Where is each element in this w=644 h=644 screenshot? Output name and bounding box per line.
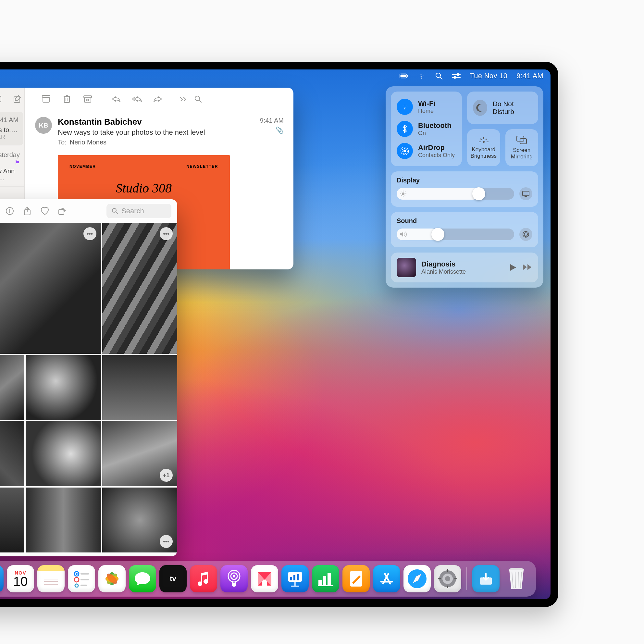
dock[interactable]: NOV 10 tv	[0, 561, 536, 597]
attachment-icon: 📎	[260, 126, 284, 134]
subject-line: New ways to take your photos to the next…	[58, 128, 205, 137]
photo-thumbnail[interactable]	[26, 488, 101, 552]
more-options-icon[interactable]: •••	[160, 535, 173, 548]
message-row[interactable]: uangYesterday ⚑ r request to Mary Ann kn…	[0, 147, 24, 187]
svg-rect-92	[294, 582, 296, 586]
dock-app-numbers[interactable]	[312, 565, 339, 592]
play-icon[interactable]	[510, 264, 517, 271]
airdrop-icon	[397, 143, 413, 159]
message-timestamp: Yesterday	[0, 151, 20, 160]
rotate-icon[interactable]	[55, 203, 70, 219]
svg-line-114	[515, 572, 515, 588]
battery-icon[interactable]	[400, 72, 408, 80]
connectivity-tile: Wi-FiHome BluetoothOn AirDropContacts On…	[391, 92, 462, 166]
photo-thumbnail[interactable]	[0, 421, 24, 486]
control-center[interactable]: Wi-FiHome BluetoothOn AirDropContacts On…	[386, 86, 543, 288]
svg-point-36	[112, 208, 116, 212]
svg-rect-95	[323, 576, 326, 585]
dock-app-keynote[interactable]	[281, 565, 309, 592]
svg-rect-58	[523, 191, 529, 196]
dock-app-notes[interactable]	[37, 565, 65, 592]
dock-app-finder[interactable]	[0, 565, 4, 592]
dock-trash[interactable]	[503, 565, 530, 592]
info-icon[interactable]	[2, 203, 18, 219]
screen-mirroring-button[interactable]: Screen Mirroring	[505, 129, 539, 166]
more-options-icon[interactable]: •••	[83, 227, 96, 240]
dock-app-news[interactable]	[251, 565, 278, 592]
dock-app-podcasts[interactable]	[220, 565, 248, 592]
message-row[interactable]: Babichev9:41 AM take your photos to... 📎…	[0, 112, 23, 145]
photo-thumbnail[interactable]: •••	[102, 488, 177, 552]
svg-point-6	[457, 73, 459, 76]
dock-app-messages[interactable]	[129, 565, 156, 592]
svg-rect-93	[291, 586, 299, 587]
album-art	[397, 258, 416, 277]
svg-rect-97	[318, 585, 333, 586]
track-title: Diagnosis	[421, 260, 466, 268]
now-playing-tile[interactable]: Diagnosis Alanis Morissette	[391, 253, 538, 282]
bluetooth-toggle[interactable]: BluetoothOn	[397, 121, 456, 137]
photo-thumbnail[interactable]	[0, 355, 24, 420]
dock-app-music[interactable]	[190, 565, 217, 592]
photo-thumbnail[interactable]: •••	[0, 223, 101, 354]
svg-point-8	[453, 76, 456, 79]
display-slider[interactable]	[397, 188, 514, 200]
wifi-toggle[interactable]: Wi-FiHome	[397, 99, 456, 115]
dock-app-settings[interactable]	[434, 565, 461, 592]
newsletter-brand: Studio 308	[69, 180, 218, 196]
svg-line-54	[401, 192, 402, 192]
airdrop-toggle[interactable]: AirDropContacts Only	[397, 143, 456, 159]
sound-tile: Sound	[391, 212, 538, 247]
favorite-icon[interactable]	[37, 203, 53, 219]
sender-avatar[interactable]: KB	[35, 117, 52, 134]
photo-thumbnail[interactable]	[102, 355, 177, 420]
svg-rect-7	[452, 77, 461, 78]
wifi-icon	[397, 99, 413, 115]
photo-thumbnail[interactable]: •••	[102, 223, 177, 354]
more-options-icon[interactable]: •••	[160, 227, 173, 240]
share-icon[interactable]	[19, 203, 35, 219]
screen-mirroring-icon	[516, 135, 527, 144]
photo-thumbnail[interactable]	[26, 355, 101, 420]
dock-app-pages[interactable]	[342, 565, 370, 592]
moon-icon	[473, 100, 487, 116]
next-track-icon[interactable]	[523, 264, 532, 271]
airplay-audio-icon[interactable]	[519, 228, 532, 241]
dock-app-appletv[interactable]: tv	[159, 565, 187, 592]
dock-app-photos[interactable]	[98, 565, 126, 592]
svg-rect-96	[328, 573, 331, 585]
svg-point-38	[403, 150, 406, 152]
photo-thumbnail[interactable]	[0, 488, 24, 552]
svg-rect-35	[59, 209, 64, 215]
photo-thumbnail[interactable]: +1	[102, 421, 177, 486]
search-input[interactable]: Search	[106, 204, 171, 218]
svg-point-106	[445, 576, 450, 581]
more-count-badge[interactable]: +1	[160, 469, 173, 482]
photo-thumbnail[interactable]	[26, 421, 101, 486]
dnd-toggle[interactable]: Do Not Disturb	[467, 92, 538, 124]
dock-app-calendar[interactable]: NOV 10	[7, 565, 34, 592]
svg-rect-5	[452, 74, 461, 75]
menubar-date[interactable]: Tue Nov 10	[470, 72, 507, 80]
keyboard-brightness-button[interactable]: Keyboard Brightness	[467, 129, 500, 166]
svg-rect-89	[290, 577, 292, 580]
inbox-icon[interactable]	[0, 92, 4, 106]
search-placeholder: Search	[121, 207, 144, 215]
photos-window[interactable]: Search ••• ••• +1	[0, 199, 177, 556]
dock-app-safari[interactable]	[403, 565, 431, 592]
dock-downloads[interactable]	[472, 565, 500, 592]
svg-point-31	[9, 209, 10, 210]
menubar-time[interactable]: 9:41 AM	[516, 72, 543, 80]
sound-slider[interactable]	[397, 229, 514, 240]
svg-rect-32	[9, 210, 10, 213]
dock-app-reminders[interactable]	[68, 565, 95, 592]
dock-app-appstore[interactable]	[373, 565, 400, 592]
svg-point-86	[233, 575, 235, 577]
spotlight-icon[interactable]	[435, 72, 443, 80]
svg-point-61	[524, 233, 527, 236]
display-options-icon[interactable]	[519, 187, 532, 200]
control-center-icon[interactable]	[452, 72, 461, 80]
compose-icon[interactable]	[10, 92, 25, 106]
wifi-icon[interactable]	[417, 72, 426, 80]
desktop[interactable]: Tue Nov 10 9:41 AM	[0, 69, 551, 599]
